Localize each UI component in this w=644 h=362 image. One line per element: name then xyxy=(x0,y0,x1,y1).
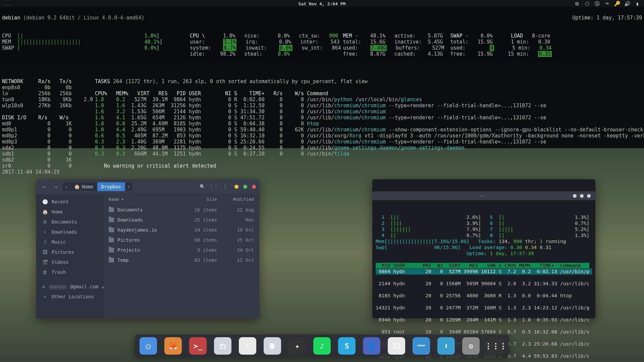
sidebar-item-downloads[interactable]: ⬇Downloads xyxy=(36,227,103,237)
path-dropbox[interactable]: Dropbox xyxy=(97,182,125,191)
window-close[interactable] xyxy=(252,185,256,189)
sidebar-item-music[interactable]: ♫Music xyxy=(36,237,103,247)
music-icon: ♫ xyxy=(42,239,48,245)
firefox-icon: 🦊 xyxy=(169,342,178,350)
dock-apps[interactable]: ⋮⋮⋮ xyxy=(487,337,504,355)
process-row[interactable]: 8185 hydn 20 0 25756 4800 3080 R 1.3 0.0… xyxy=(376,293,592,299)
system-tray: ⧉ ⬡ Ⓢ ⌨ 🔑 🔊 ▮ xyxy=(574,1,640,6)
window-maximize[interactable] xyxy=(243,185,247,189)
home-icon: 🏠 xyxy=(42,209,48,215)
dock-files[interactable]: 🗀 xyxy=(214,337,231,355)
window-close[interactable] xyxy=(587,194,591,198)
folder-icon xyxy=(109,248,114,252)
hostname: debian xyxy=(2,15,20,21)
process-row[interactable]: 9864 hydn 20 0 527M 39996 10112 S 7.2 0.… xyxy=(376,268,592,275)
downloads-icon: ⬇ xyxy=(42,229,48,235)
sort-indicator-icon: ▾ xyxy=(121,197,124,202)
forward-button[interactable]: → xyxy=(51,182,60,191)
hamburger-icon[interactable]: ⋮ xyxy=(220,182,230,191)
view-grid-icon[interactable]: ⋮⋮ xyxy=(209,182,218,191)
sidebar-item-videos[interactable]: 🎬Videos xyxy=(36,257,103,267)
sidebar-item-recent[interactable]: 🕑Recent xyxy=(36,197,103,207)
calendar-icon: 31 xyxy=(392,342,401,350)
settings-icon: ⚙ xyxy=(469,342,473,350)
path-home[interactable]: 🏠 Home xyxy=(70,184,97,189)
keyboard-icon[interactable]: ⌨ xyxy=(604,1,610,6)
vpn-icon[interactable]: 🔑 xyxy=(614,1,620,6)
volume-icon[interactable]: 🔊 xyxy=(625,1,630,6)
dock-firefox[interactable]: 🦊 xyxy=(164,337,182,355)
document-icon: 🗎 xyxy=(269,342,276,350)
battery-icon[interactable]: ▮ xyxy=(635,1,640,6)
screenshot-icon[interactable]: ⧉ xyxy=(574,1,580,6)
clock[interactable]: Sat Nov 4, 2:04 PM xyxy=(299,1,346,6)
process-row[interactable]: 14321 hydn 20 0 2477M 372M 100M S 1.3 2.… xyxy=(376,305,592,311)
pictures-icon: 🖼 xyxy=(42,249,48,255)
spotify-icon: ♪ xyxy=(320,342,324,350)
window-minimize[interactable] xyxy=(573,194,577,198)
folder-icon xyxy=(109,207,114,212)
dock-photos[interactable]: ✦ xyxy=(288,337,306,355)
dock-spotify[interactable]: ♪ xyxy=(313,337,331,355)
dock-downloader[interactable]: ⬇ xyxy=(437,337,455,355)
file-list: Name▾ Size Modified Documents 16 items22… xyxy=(103,194,259,318)
file-row[interactable]: Downloads 25 itemsMon xyxy=(103,215,259,225)
trash-icon: 🗑 xyxy=(42,269,48,275)
dock-chrome[interactable]: ◯ xyxy=(140,337,157,355)
files-headerbar: ← → ‹ 🏠 Home Dropbox › 🔍 ⋮⋮ ⋮ xyxy=(36,179,259,194)
window-maximize[interactable] xyxy=(580,194,584,198)
search-icon[interactable]: 🔍 xyxy=(198,182,207,191)
file-row[interactable]: Temp 83 items12 Oct xyxy=(103,255,259,265)
path-bar: ‹ 🏠 Home Dropbox › xyxy=(62,182,133,191)
dropbox-icon[interactable]: ⬡ xyxy=(584,1,590,6)
terminal-icon: >_ xyxy=(194,342,203,350)
monitor-icon: 〰 xyxy=(418,342,425,350)
folder-icon xyxy=(109,218,114,222)
activities-button[interactable]: ... xyxy=(4,1,12,6)
window-minimize[interactable] xyxy=(234,185,238,189)
column-size[interactable]: Size xyxy=(180,197,217,202)
back-button[interactable]: ← xyxy=(40,182,49,191)
dock-calendar[interactable]: 31 xyxy=(388,337,405,355)
sidebar-item-pictures[interactable]: 🖼Pictures xyxy=(36,247,103,257)
dock-contacts[interactable]: 👤 xyxy=(363,337,380,355)
dock-gedit[interactable]: ✎ xyxy=(239,337,256,355)
dock-terminal[interactable]: >_ xyxy=(189,337,207,355)
process-row[interactable]: 6940 hydn 20 0 1209M 284M 141M S 1.3 1.8… xyxy=(376,317,592,323)
process-row[interactable]: 853 root 20 0 394M 89284 57684 S 0.7 0.5… xyxy=(376,329,592,335)
sidebar-other-locations[interactable]: +Other Locations xyxy=(36,292,103,302)
column-name[interactable]: Name▾ xyxy=(109,197,180,202)
skype-icon: S xyxy=(344,342,349,350)
sidebar-network-account[interactable]: ⇄xxxxxx@gmail.com⏏ xyxy=(36,282,103,292)
file-row[interactable]: Pictures 68 items25 Oct xyxy=(103,235,259,245)
recent-icon: 🕑 xyxy=(42,199,48,204)
sidebar-item-trash[interactable]: 🗑Trash xyxy=(36,267,103,277)
sidebar-item-home[interactable]: 🏠Home xyxy=(36,207,103,217)
dock: ◯🦊>_🗀✎🗎✦♪S👤31〰⬇⚙⋮⋮⋮ xyxy=(135,335,509,357)
dock-skype[interactable]: S xyxy=(338,337,356,355)
apps-icon: ⋮⋮⋮ xyxy=(485,342,507,350)
folder-icon xyxy=(109,258,114,262)
sidebar-item-documents[interactable]: 🗎Documents xyxy=(36,217,103,227)
chrome-icon: ◯ xyxy=(146,342,150,350)
htop-columns[interactable]: PID USER PRI NI VIRT RES SHR S CPU% MEM%… xyxy=(376,263,589,268)
photos-icon: ✦ xyxy=(295,342,299,350)
path-next-icon[interactable]: › xyxy=(125,182,132,191)
path-prev-icon[interactable]: ‹ xyxy=(63,182,70,191)
htop-window: ~ 1 [|| 2.6%] 5 [| 1.3%] 2 [||| 3.9%] 6 … xyxy=(372,179,595,318)
files-sidebar: 🕑Recent🏠Home🗎Documents⬇Downloads♫Music🖼P… xyxy=(36,194,103,318)
glances-terminal: debian (debian 9.2 64bit / Linux 4.9.0-4… xyxy=(0,7,644,148)
file-row[interactable]: Projects 9 items24 Oct xyxy=(103,245,259,255)
file-row[interactable]: haydenjames.io 24 items19 Oct xyxy=(103,225,259,235)
skype-tray-icon[interactable]: Ⓢ xyxy=(594,1,600,6)
files-icon: 🗀 xyxy=(219,342,226,350)
dock-monitor[interactable]: 〰 xyxy=(413,337,430,355)
downloader-icon: ⬇ xyxy=(444,342,448,350)
dock-settings[interactable]: ⚙ xyxy=(462,337,480,355)
column-modified[interactable]: Modified xyxy=(217,197,254,202)
dock-document[interactable]: 🗎 xyxy=(264,337,281,355)
files-window: ← → ‹ 🏠 Home Dropbox › 🔍 ⋮⋮ ⋮ 🕑Recent🏠Ho… xyxy=(36,179,259,318)
gnome-top-panel: ... Sat Nov 4, 2:04 PM ⧉ ⬡ Ⓢ ⌨ 🔑 🔊 ▮ xyxy=(0,0,644,7)
file-row[interactable]: Documents 16 items22 Aug xyxy=(103,205,259,215)
process-row[interactable]: 2144 hydn 20 0 1568M 505M 90004 S 2.0 3.… xyxy=(376,281,592,287)
